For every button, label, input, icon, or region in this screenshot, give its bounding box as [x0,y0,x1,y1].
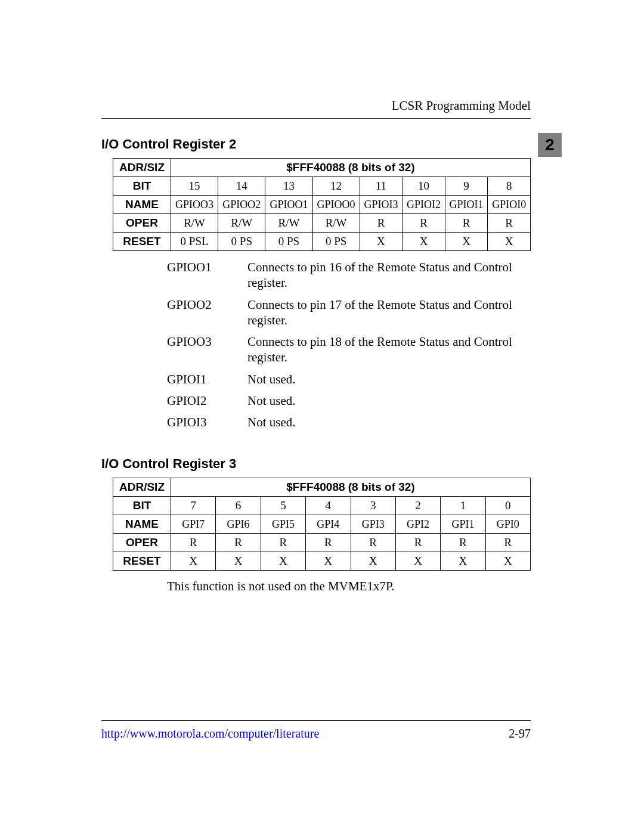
desc-term: GPIOI3 [167,414,247,430]
desc-row: GPIOI1 Not used. [167,371,531,387]
bit-cell: 15 [171,177,218,196]
name-cell: GPIOI0 [488,196,531,214]
name-cell: GPIOO1 [265,196,312,214]
name-cell: GPI7 [171,515,216,534]
bit-label: BIT [113,177,171,196]
reset-cell: X [216,552,261,571]
name-cell: GPIOO0 [312,196,360,214]
oper-cell: R [216,534,261,552]
bit-cell: 14 [218,177,265,196]
name-cell: GPIOI3 [360,196,402,214]
bit-cell: 10 [402,177,445,196]
bit-cell: 13 [265,177,312,196]
reset-cell: 0 PS [218,233,265,251]
reset-cell: 0 PS [265,233,312,251]
row-bit: BIT 15 14 13 12 11 10 9 8 [113,177,531,196]
bit-cell: 9 [445,177,488,196]
reset-cell: X [485,552,530,571]
name-cell: GPI0 [485,515,530,534]
oper-cell: R [395,534,440,552]
oper-cell: R/W [171,214,218,233]
section-3-caption: This function is not used on the MVME1x7… [167,579,531,594]
chapter-tab: 2 [538,133,562,157]
desc-term: GPIOO2 [167,297,247,329]
reset-cell: X [351,552,395,571]
bit-cell: 8 [488,177,531,196]
desc-term: GPIOO3 [167,334,247,366]
row-bit: BIT 7 6 5 4 3 2 1 0 [113,497,531,515]
name-cell: GPI1 [441,515,485,534]
desc-row: GPIOI3 Not used. [167,414,531,430]
header-rule [101,118,531,119]
desc-def: Connects to pin 18 of the Remote Status … [247,334,531,366]
footer-url-link[interactable]: http://www.motorola.com/computer/literat… [101,727,319,741]
name-cell: GPI2 [395,515,440,534]
oper-label: OPER [113,534,171,552]
desc-term: GPIOI2 [167,393,247,408]
bit-cell: 2 [395,497,440,515]
name-cell: GPIOO3 [171,196,218,214]
reset-cell: 0 PS [312,233,360,251]
bit-cell: 6 [216,497,261,515]
name-label: NAME [113,515,171,534]
adrsiz-label: ADR/SIZ [113,478,171,497]
register-table-3: ADR/SIZ $FFF40088 (8 bits of 32) BIT 7 6… [113,478,531,571]
desc-def: Not used. [247,371,531,387]
reset-cell: X [441,552,485,571]
bit-cell: 1 [441,497,485,515]
oper-cell: R [351,534,395,552]
reset-cell: X [360,233,402,251]
description-list-2: GPIOO1 Connects to pin 16 of the Remote … [167,259,531,430]
desc-row: GPIOO3 Connects to pin 18 of the Remote … [167,334,531,366]
row-reset: RESET X X X X X X X X [113,552,531,571]
row-name: NAME GPI7 GPI6 GPI5 GPI4 GPI3 GPI2 GPI1 … [113,515,531,534]
oper-cell: R/W [265,214,312,233]
desc-def: Not used. [247,414,531,430]
reset-cell: X [306,552,351,571]
name-cell: GPI6 [216,515,261,534]
reset-label: RESET [113,552,171,571]
name-cell: GPI5 [261,515,305,534]
page-number: 2-97 [509,727,531,741]
reset-cell: X [488,233,531,251]
desc-def: Not used. [247,393,531,408]
section-title-2: I/O Control Register 2 [101,137,531,152]
name-cell: GPIOO2 [218,196,265,214]
name-cell: GPI3 [351,515,395,534]
oper-label: OPER [113,214,171,233]
bit-cell: 4 [306,497,351,515]
oper-cell: R [402,214,445,233]
row-oper: OPER R/W R/W R/W R/W R R R R [113,214,531,233]
bit-cell: 7 [171,497,216,515]
name-cell: GPI4 [306,515,351,534]
oper-cell: R [441,534,485,552]
row-name: NAME GPIOO3 GPIOO2 GPIOO1 GPIOO0 GPIOI3 … [113,196,531,214]
desc-def: Connects to pin 16 of the Remote Status … [247,259,531,291]
oper-cell: R [360,214,402,233]
bit-cell: 12 [312,177,360,196]
bit-cell: 11 [360,177,402,196]
desc-term: GPIOO1 [167,259,247,291]
name-label: NAME [113,196,171,214]
desc-row: GPIOI2 Not used. [167,393,531,408]
adrsiz-label: ADR/SIZ [113,159,171,177]
reset-label: RESET [113,233,171,251]
bit-cell: 0 [485,497,530,515]
desc-def: Connects to pin 17 of the Remote Status … [247,297,531,329]
desc-term: GPIOI1 [167,371,247,387]
oper-cell: R [488,214,531,233]
row-adrsiz: ADR/SIZ $FFF40088 (8 bits of 32) [113,478,531,497]
row-adrsiz: ADR/SIZ $FFF40088 (8 bits of 32) [113,159,531,177]
running-header: LCSR Programming Model [101,98,531,113]
desc-row: GPIOO1 Connects to pin 16 of the Remote … [167,259,531,291]
name-cell: GPIOI1 [445,196,488,214]
reset-cell: X [402,233,445,251]
oper-cell: R [171,534,216,552]
register-table-2: ADR/SIZ $FFF40088 (8 bits of 32) BIT 15 … [113,158,531,251]
desc-row: GPIOO2 Connects to pin 17 of the Remote … [167,297,531,329]
reset-cell: X [171,552,216,571]
oper-cell: R/W [218,214,265,233]
reset-cell: 0 PSL [171,233,218,251]
row-oper: OPER R R R R R R R R [113,534,531,552]
bit-cell: 3 [351,497,395,515]
